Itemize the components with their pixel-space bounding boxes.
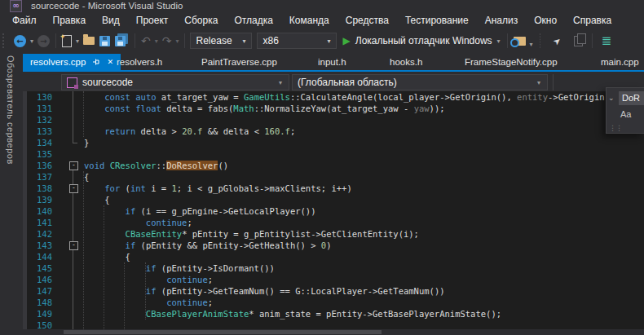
- collapse-box-icon[interactable]: -: [69, 184, 78, 193]
- scope-dropdown-chevron-icon: ▾: [536, 79, 542, 86]
- tab-PaintTraverse-cpp[interactable]: PaintTraverse.cpp: [201, 54, 277, 70]
- undo-button[interactable]: ↶: [139, 32, 153, 50]
- code-line-136[interactable]: 136-void CResolver::DoResolver(): [23, 160, 644, 171]
- toolbar: ← ▾ → ✦ ▾ ↶ ▾ ↷ ▾ Release ▾ x86 ▾ ▶ Лока…: [0, 29, 644, 52]
- code-text: if (pEntity->GetTeamNum() == G::LocalPla…: [84, 285, 445, 297]
- back-dropdown-chevron-icon[interactable]: ▾: [29, 37, 35, 45]
- line-number: 130: [23, 91, 52, 103]
- redo-dropdown-chevron-icon[interactable]: ▾: [174, 37, 181, 45]
- code-line-141[interactable]: 141 continue;: [23, 217, 644, 228]
- code-line-130[interactable]: 130 const auto at_target_yaw = GameUtils…: [23, 91, 644, 103]
- find-expand-chevron-icon[interactable]: ⌄: [608, 94, 615, 102]
- menu-item-3[interactable]: Вид: [94, 12, 128, 29]
- code-line-133[interactable]: 133 return delta > 20.f && delta < 160.f…: [23, 126, 644, 137]
- tab-hooks-h[interactable]: hooks.h: [390, 54, 422, 70]
- start-debugging-button[interactable]: ▶ Локальный отладчик Windows: [337, 32, 492, 50]
- undo-dropdown-chevron-icon[interactable]: ▾: [153, 37, 160, 45]
- tab-main-cpp[interactable]: main.cpp: [601, 54, 639, 70]
- menu-item-12[interactable]: Справка: [565, 12, 620, 29]
- solution-platform-value: x86: [263, 35, 279, 46]
- line-number: 137: [23, 171, 52, 183]
- open-folder-icon: [83, 37, 95, 45]
- copy-icon: [574, 36, 583, 46]
- new-item-dropdown-chevron-icon[interactable]: ▾: [74, 37, 81, 45]
- find-search-input[interactable]: DoR: [619, 91, 644, 105]
- code-text: if (pEntity && pEntity->GetHealth() > 0): [84, 240, 331, 251]
- code-line-145[interactable]: 145 if (pEntity->IsDormant()): [23, 262, 644, 274]
- navigate-forward-button[interactable]: →: [35, 32, 52, 50]
- code-line-139[interactable]: 139 {: [23, 194, 644, 205]
- visual-studio-logo-icon: ∞: [10, 0, 22, 12]
- line-number: 132: [23, 114, 52, 126]
- configuration-dropdown-chevron-icon: ▾: [241, 37, 248, 45]
- code-line-149[interactable]: 149 CBasePlayerAnimState* anim_state = p…: [23, 308, 644, 320]
- debug-target-dropdown-chevron-icon[interactable]: ▾: [496, 37, 502, 45]
- line-number: 140: [23, 205, 52, 217]
- find-in-files-button[interactable]: [511, 32, 528, 50]
- scope-dropdown[interactable]: (Глобальная область) ▾: [292, 74, 548, 90]
- task-list-button[interactable]: ≣: [599, 32, 615, 50]
- run-play-icon: ▶: [343, 35, 351, 46]
- menu-item-9[interactable]: Тестирование: [397, 12, 477, 29]
- find-in-files-icon: [514, 37, 526, 46]
- code-line-150[interactable]: 150: [23, 320, 644, 329]
- collapse-box-icon[interactable]: -: [69, 241, 78, 250]
- code-line-131[interactable]: 131 const float delta = fabs(Math::Norma…: [23, 103, 644, 114]
- tab-FrameStageNotify-cpp[interactable]: FrameStageNotify.cpp: [465, 54, 558, 70]
- menu-item-4[interactable]: Проект: [128, 12, 177, 29]
- project-dropdown-value: sourcecode: [82, 77, 133, 88]
- match-case-toggle[interactable]: Aa: [620, 109, 631, 119]
- navigate-backward-button[interactable]: ←: [11, 32, 29, 50]
- redo-button[interactable]: ↷: [160, 32, 174, 50]
- new-item-button[interactable]: ✦: [60, 32, 74, 50]
- solution-platform-select[interactable]: x86 ▾: [257, 33, 337, 49]
- tab-resolvers-cpp[interactable]: resolvers.cpp ✕: [23, 54, 121, 70]
- menu-item-2[interactable]: Правка: [45, 12, 95, 29]
- menu-item-8[interactable]: Средства: [337, 12, 397, 29]
- solution-configuration-select[interactable]: Release ▾: [190, 33, 252, 49]
- code-line-147[interactable]: 147 if (pEntity->GetTeamNum() == G::Loca…: [23, 285, 644, 297]
- copy-button[interactable]: [571, 32, 585, 50]
- server-explorer-panel-tab[interactable]: Обозреватель серверов: [0, 52, 23, 335]
- close-tab-icon[interactable]: ✕: [107, 59, 113, 66]
- horizontal-scrollbar[interactable]: [23, 329, 644, 335]
- save-icon: [99, 36, 110, 46]
- code-line-138[interactable]: 138- for (int i = 1; i < g_pGlobals->max…: [23, 183, 644, 194]
- menu-item-10[interactable]: Анализ: [477, 12, 527, 29]
- save-all-button[interactable]: [112, 32, 131, 50]
- indent-guide: [83, 91, 84, 137]
- code-line-143[interactable]: 143- if (pEntity && pEntity->GetHealth()…: [23, 240, 644, 251]
- tab-resolvers-h[interactable]: resolvers.h: [117, 54, 162, 70]
- back-icon: ←: [14, 35, 26, 47]
- navigate-to-button[interactable]: ➤: [551, 32, 563, 50]
- code-editor[interactable]: 130 const auto at_target_yaw = GameUtils…: [23, 91, 644, 329]
- code-line-146[interactable]: 146 continue;: [23, 274, 644, 285]
- horizontal-scrollbar-thumb[interactable]: [64, 330, 382, 334]
- toolbar-grip[interactable]: [2, 33, 7, 48]
- code-line-142[interactable]: 142 CBaseEntity* pEntity = g_pEntitylist…: [23, 228, 644, 240]
- code-line-134[interactable]: 134}: [23, 137, 644, 148]
- start-debugging-label: Локальный отладчик Windows: [355, 35, 492, 46]
- open-file-button[interactable]: [81, 32, 97, 50]
- menu-item-1[interactable]: Файл: [4, 12, 45, 29]
- code-line-135[interactable]: 135: [23, 148, 644, 160]
- indent-guide: [83, 171, 84, 329]
- line-number: 136: [23, 160, 52, 171]
- indent-guide: [104, 205, 104, 329]
- collapse-box-icon[interactable]: -: [69, 161, 78, 170]
- menu-item-11[interactable]: Окно: [526, 12, 565, 29]
- pin-icon[interactable]: [92, 58, 100, 66]
- menu-item-6[interactable]: Отладка: [226, 12, 280, 29]
- toolbar-overflow-chevron-icon[interactable]: ▾: [528, 41, 535, 48]
- code-line-137[interactable]: 137{: [23, 171, 644, 183]
- code-line-140[interactable]: 140 if (i == g_pEngine->GetLocalPlayer()…: [23, 205, 644, 217]
- code-line-144[interactable]: 144 {: [23, 251, 644, 262]
- code-line-132[interactable]: 132: [23, 114, 644, 126]
- project-dropdown[interactable]: sourcecode ▾: [61, 74, 289, 90]
- save-button[interactable]: [97, 32, 112, 50]
- tab-input-h[interactable]: input.h: [318, 54, 346, 70]
- find-popup-grip-icon[interactable]: ⋮⋮: [609, 124, 622, 132]
- menu-item-7[interactable]: Команда: [281, 12, 337, 29]
- menu-item-5[interactable]: Сборка: [176, 12, 226, 29]
- code-line-148[interactable]: 148 continue;: [23, 297, 644, 308]
